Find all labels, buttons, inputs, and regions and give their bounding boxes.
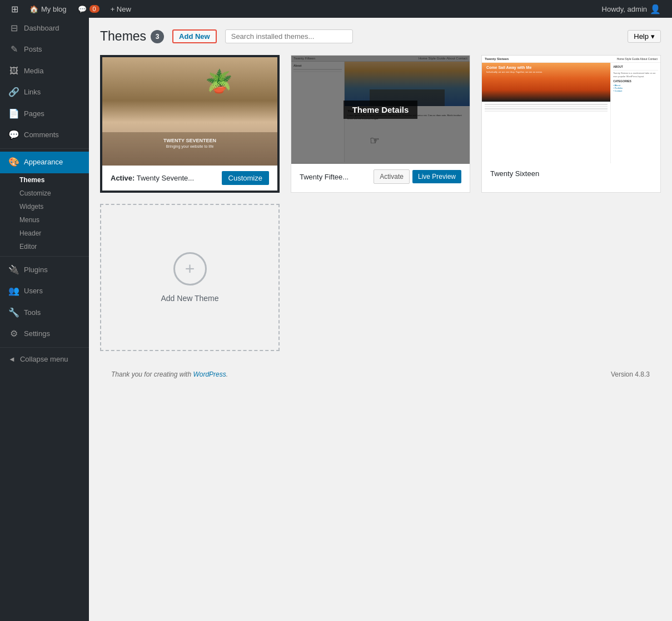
sidebar: ⊟ Dashboard ✎ Posts 🖼 Media 🔗 Links 📄 Pa… bbox=[0, 18, 89, 621]
theme-overlay-fifteen: Theme Details bbox=[291, 56, 470, 164]
sidebar-item-links[interactable]: 🔗 Links bbox=[0, 82, 89, 103]
settings-label: Settings bbox=[24, 329, 50, 339]
theme-details-button[interactable]: Theme Details bbox=[344, 101, 418, 119]
sidebar-item-users[interactable]: 👥 Users bbox=[0, 281, 89, 302]
sidebar-subitem-widgets[interactable]: Widgets bbox=[0, 200, 89, 213]
sidebar-item-settings[interactable]: ⚙ Settings bbox=[0, 323, 89, 344]
theme-title-sixteen: Twenty Sixteen bbox=[490, 169, 539, 178]
header-sublabel: Header bbox=[19, 229, 41, 237]
collapse-menu-button[interactable]: ◄ Collapse menu bbox=[0, 350, 89, 368]
cursor-hand-icon: ☞ bbox=[370, 134, 380, 147]
themes-sublabel: Themes bbox=[19, 176, 44, 184]
sidebar-item-posts[interactable]: ✎ Posts bbox=[0, 39, 89, 60]
footer-version: Version 4.8.3 bbox=[611, 370, 650, 378]
page-footer: Thank you for creating with WordPress. V… bbox=[100, 362, 661, 387]
theme-card-twenty-sixteen: Twenty Sixteen Home Style Guide About Co… bbox=[481, 55, 661, 193]
sixteen-hero: Come Sail Away with Me Individually, we … bbox=[482, 63, 610, 102]
comments-label: Comments bbox=[24, 130, 59, 140]
adminbar-site-name[interactable]: 🏠 My blog bbox=[24, 0, 72, 18]
media-icon: 🖼 bbox=[8, 65, 19, 77]
main-content: Themes 3 Add New Help ▾ 🪴 TWENTY SEVENTE… bbox=[89, 18, 672, 621]
sidebar-subitem-themes[interactable]: Themes bbox=[0, 173, 89, 187]
sidebar-item-plugins[interactable]: 🔌 Plugins bbox=[0, 259, 89, 281]
activate-button-fifteen[interactable]: Activate bbox=[374, 169, 410, 184]
wordpress-link[interactable]: WordPress bbox=[193, 370, 226, 378]
theme-card-twenty-seventeen: 🪴 TWENTY SEVENTEENBringing your website … bbox=[100, 55, 280, 193]
plugins-icon: 🔌 bbox=[8, 264, 19, 276]
collapse-label: Collapse menu bbox=[20, 355, 68, 363]
theme-name-seventeen: Active: Twenty Sevente... bbox=[111, 174, 194, 182]
theme-count-badge: 3 bbox=[151, 30, 164, 43]
add-theme-icon: + bbox=[173, 252, 207, 286]
add-new-button[interactable]: Add New bbox=[172, 29, 217, 43]
sidebar-subitem-editor[interactable]: Editor bbox=[0, 240, 89, 253]
add-new-theme-card[interactable]: + Add New Theme bbox=[100, 204, 280, 351]
themes-grid: 🪴 TWENTY SEVENTEENBringing your website … bbox=[100, 55, 661, 351]
plugins-label: Plugins bbox=[24, 265, 48, 275]
theme-footer-fifteen: Twenty Fiftee... Activate Live Preview bbox=[291, 164, 470, 189]
links-label: Links bbox=[24, 87, 41, 97]
adminbar-comments[interactable]: 💬 0 bbox=[72, 0, 105, 18]
sidebar-item-tools[interactable]: 🔧 Tools bbox=[0, 302, 89, 323]
theme-thumbnail-sixteen: Twenty Sixteen Home Style Guide About Co… bbox=[482, 56, 660, 164]
user-avatar-icon: 👤 bbox=[650, 4, 661, 14]
media-label: Media bbox=[24, 66, 43, 76]
dashboard-label: Dashboard bbox=[24, 23, 59, 33]
menu-separator-2 bbox=[0, 256, 89, 257]
menu-separator-1 bbox=[0, 148, 89, 149]
theme-footer-seventeen: Active: Twenty Sevente... Customize bbox=[102, 166, 277, 191]
add-theme-label: Add New Theme bbox=[161, 294, 218, 303]
theme-thumbnail-seventeen: 🪴 TWENTY SEVENTEENBringing your website … bbox=[102, 57, 277, 166]
sidebar-subitem-menus[interactable]: Menus bbox=[0, 213, 89, 227]
menus-sublabel: Menus bbox=[19, 216, 39, 224]
pages-icon: 📄 bbox=[8, 108, 19, 120]
page-title-text: Themes bbox=[100, 29, 146, 44]
seventeen-text: TWENTY SEVENTEENBringing your website to… bbox=[163, 138, 216, 149]
users-label: Users bbox=[24, 286, 43, 296]
admin-bar: ⊞ 🏠 My blog 💬 0 + New Howdy, admin 👤 bbox=[0, 0, 672, 18]
comments-sidebar-icon: 💬 bbox=[8, 129, 19, 141]
adminbar-left: ⊞ 🏠 My blog 💬 0 + New bbox=[6, 0, 137, 18]
links-icon: 🔗 bbox=[8, 86, 19, 98]
sidebar-item-appearance[interactable]: 🎨 Appearance bbox=[0, 152, 89, 173]
footer-credit: Thank you for creating with WordPress. bbox=[111, 370, 228, 378]
posts-icon: ✎ bbox=[8, 43, 19, 56]
plus-icon: + bbox=[185, 259, 195, 278]
page-header: Themes 3 Add New Help ▾ bbox=[100, 29, 661, 44]
live-preview-button[interactable]: Live Preview bbox=[412, 170, 461, 183]
adminbar-wp-logo[interactable]: ⊞ bbox=[6, 0, 24, 18]
new-label: + New bbox=[111, 5, 131, 13]
customize-button[interactable]: Customize bbox=[222, 171, 269, 185]
main-wrapper: ⊟ Dashboard ✎ Posts 🖼 Media 🔗 Links 📄 Pa… bbox=[0, 18, 672, 621]
howdy-label: Howdy, admin bbox=[602, 5, 647, 13]
theme-footer-sixteen: Twenty Sixteen bbox=[482, 164, 660, 183]
home-icon: 🏠 bbox=[29, 5, 38, 13]
sixteen-header: Twenty Sixteen Home Style Guide About Co… bbox=[482, 56, 660, 63]
active-label: Active: bbox=[111, 174, 135, 182]
adminbar-new[interactable]: + New bbox=[105, 0, 137, 18]
sidebar-item-comments[interactable]: 💬 Comments bbox=[0, 124, 89, 146]
tools-label: Tools bbox=[24, 308, 41, 318]
sidebar-item-media[interactable]: 🖼 Media bbox=[0, 61, 89, 82]
search-input[interactable] bbox=[225, 29, 353, 43]
users-icon: 👥 bbox=[8, 285, 19, 297]
customize-sublabel: Customize bbox=[19, 189, 51, 197]
footer-thank-you-text: Thank you for creating with bbox=[111, 370, 191, 378]
sidebar-subitem-customize[interactable]: Customize bbox=[0, 187, 89, 200]
sidebar-item-pages[interactable]: 📄 Pages bbox=[0, 103, 89, 124]
dashboard-icon: ⊟ bbox=[8, 22, 19, 34]
pages-label: Pages bbox=[24, 109, 44, 119]
tools-icon: 🔧 bbox=[8, 307, 19, 319]
theme-card-twenty-fifteen: Twenty Fifteen Home Style Guide About Co… bbox=[291, 55, 470, 193]
collapse-icon: ◄ bbox=[8, 355, 16, 363]
sidebar-subitem-header[interactable]: Header bbox=[0, 227, 89, 240]
help-arrow-icon: ▾ bbox=[651, 32, 655, 41]
theme-title-fifteen: Twenty Fiftee... bbox=[300, 173, 349, 181]
help-label: Help bbox=[634, 32, 649, 41]
appearance-icon: 🎨 bbox=[8, 156, 19, 168]
editor-sublabel: Editor bbox=[19, 243, 37, 251]
adminbar-howdy[interactable]: Howdy, admin 👤 bbox=[596, 0, 666, 18]
wp-logo-icon: ⊞ bbox=[11, 4, 18, 14]
help-button[interactable]: Help ▾ bbox=[628, 30, 661, 43]
sidebar-item-dashboard[interactable]: ⊟ Dashboard bbox=[0, 18, 89, 39]
